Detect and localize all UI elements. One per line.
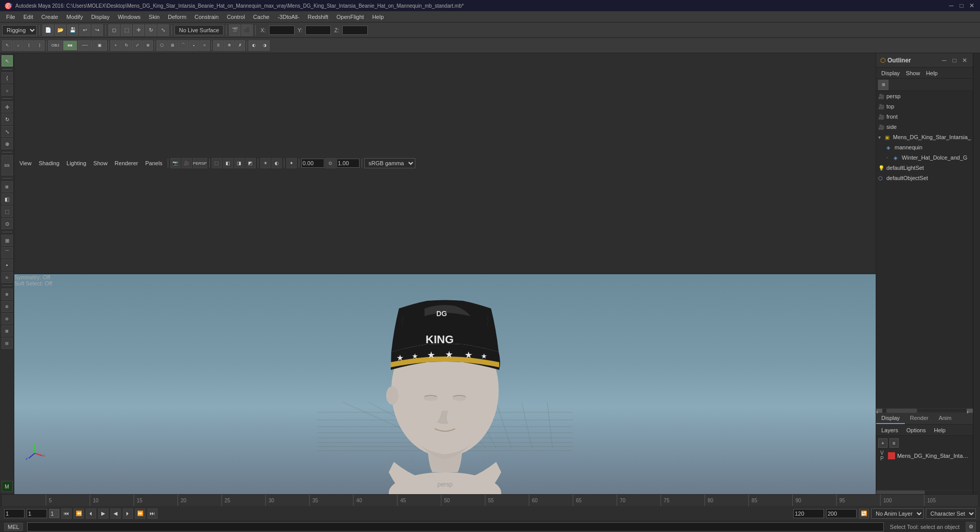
new-scene-button[interactable]: 📄	[42, 25, 54, 36]
edge-mode-btn[interactable]: ──	[78, 40, 92, 51]
shadow-vp-btn[interactable]: ◐	[272, 158, 282, 168]
outliner-row-front[interactable]: 🎥 front	[876, 112, 973, 122]
lasso-tool[interactable]: ⬚	[121, 25, 132, 36]
z-input[interactable]	[342, 26, 368, 35]
outliner-btn1[interactable]: ⊞	[878, 80, 888, 90]
open-button[interactable]: 📂	[55, 25, 66, 36]
select-tool-left[interactable]: ↖	[2, 55, 13, 66]
wire-vp-btn[interactable]: ⬚	[212, 158, 222, 168]
freeze-btn[interactable]: ❄	[224, 40, 234, 51]
outliner-row-persp[interactable]: 🎥 persp	[876, 91, 973, 101]
outliner-row-hat[interactable]: ◦ ◈ Winter_Hat_Dolce_and_G	[876, 152, 973, 163]
exposure-input[interactable]	[301, 159, 324, 168]
wire-btn-left[interactable]: ⬚	[2, 206, 13, 217]
outliner-show-menu[interactable]: Show	[903, 69, 923, 77]
rotate-tool[interactable]: ↻	[145, 25, 157, 36]
move-btn[interactable]: +	[110, 40, 121, 51]
mode-label[interactable]: MEL	[4, 523, 23, 531]
scale-btn[interactable]: ⤢	[132, 40, 142, 51]
outliner-row-side[interactable]: 🎥 side	[876, 122, 973, 132]
delete-history-btn[interactable]: ✗	[235, 40, 245, 51]
obj-mode-btn[interactable]: OBJ	[48, 40, 62, 51]
render-btn[interactable]: 🎬	[229, 25, 240, 36]
menu-cache[interactable]: Cache	[249, 13, 274, 21]
mode-select[interactable]: Rigging	[2, 25, 37, 35]
flat-vp-btn[interactable]: ◨	[234, 158, 244, 168]
persp-btn[interactable]: PERSP	[193, 158, 207, 168]
ipr-view-btn[interactable]: ◑	[259, 40, 270, 51]
prev-frame-btn[interactable]: ⏪	[74, 508, 84, 519]
undo-button[interactable]: ↩	[79, 25, 91, 36]
menu-help[interactable]: Help	[368, 13, 388, 21]
x-input[interactable]	[269, 26, 295, 35]
renderer-menu[interactable]: Renderer	[112, 159, 141, 167]
camera2-btn[interactable]: 🎥	[182, 158, 192, 168]
smooth-vp-btn[interactable]: ◧	[223, 158, 233, 168]
range-end-input[interactable]	[826, 509, 857, 518]
ipr-btn[interactable]: ⬛	[241, 25, 253, 36]
snap-grid-btn[interactable]: ⊞	[167, 40, 177, 51]
layers-subtab[interactable]: Layers	[878, 426, 901, 434]
camera-btn[interactable]: 📷	[170, 158, 181, 168]
render-view-btn[interactable]: ◐	[249, 40, 259, 51]
snap-grid-left[interactable]: ⊞	[2, 235, 13, 246]
menu-edit[interactable]: Edit	[19, 13, 37, 21]
menu-constrain[interactable]: Constrain	[190, 13, 222, 21]
show-menu[interactable]: Show	[91, 159, 111, 167]
icon-extra4[interactable]: ⊞	[2, 325, 13, 337]
scrollbar-thumb[interactable]	[886, 409, 917, 413]
rotate-tool-left[interactable]: ↻	[2, 114, 13, 125]
smooth-btn-left[interactable]: ⊙	[2, 218, 13, 229]
outliner-row-mens-group[interactable]: ▾ ▣ Mens_DG_King_Star_Intarsia_	[876, 132, 973, 142]
scroll-left-btn[interactable]: ‹	[876, 409, 882, 413]
next-frame-btn[interactable]: ⏩	[135, 508, 145, 519]
add-layer-btn[interactable]: +	[878, 438, 887, 448]
outliner-maximize-btn[interactable]: □	[950, 56, 959, 64]
outliner-scrollbar[interactable]: › ‹	[876, 408, 973, 412]
outliner-close-btn[interactable]: ✕	[961, 56, 969, 64]
tex-vp-btn[interactable]: ◩	[246, 158, 256, 168]
frame-mini-input[interactable]	[49, 509, 59, 518]
layer-row[interactable]: V P Mens_DG_King_Star_Intarsia_Beani	[878, 450, 971, 461]
shading-btn-left[interactable]: ◧	[2, 193, 13, 205]
redo-button[interactable]: ↪	[92, 25, 103, 36]
menu-control[interactable]: Control	[222, 13, 249, 21]
minimize-button[interactable]: ─	[947, 2, 955, 10]
vtx-mode-btn[interactable]: ■■	[63, 40, 77, 51]
move-tool-left[interactable]: ✛	[2, 101, 13, 113]
command-input[interactable]	[27, 522, 884, 531]
snap-pt-left[interactable]: •	[2, 259, 13, 271]
icon-extra5[interactable]: ⊟	[2, 338, 13, 349]
menu-file[interactable]: File	[2, 13, 19, 21]
lighting-menu[interactable]: Lighting	[63, 159, 90, 167]
paint-tool-left[interactable]: ⬦	[2, 84, 13, 96]
outliner-row-top[interactable]: 🎥 top	[876, 101, 973, 112]
anim-layer-select[interactable]: No Anim Layer	[871, 508, 924, 519]
settings-icon[interactable]: ⚙	[966, 522, 976, 532]
outliner-minimize-btn[interactable]: ─	[940, 56, 948, 64]
range-start-input[interactable]	[27, 509, 47, 518]
menu-deform[interactable]: Deform	[164, 13, 190, 21]
y-input[interactable]	[305, 26, 331, 35]
go-start-btn[interactable]: ⏮	[61, 508, 72, 519]
options-subtab[interactable]: Options	[903, 426, 929, 434]
brush-btn[interactable]: ⟩	[34, 40, 44, 51]
xray-btn[interactable]: ✦	[286, 158, 297, 168]
outliner-help-menu[interactable]: Help	[923, 69, 941, 77]
bottom-panel-scrollbar[interactable]	[876, 490, 973, 494]
go-end-btn[interactable]: ⏭	[147, 508, 158, 519]
universal-tool-left[interactable]: ⊕	[2, 138, 13, 149]
play-back-btn[interactable]: ◀	[110, 508, 121, 519]
current-frame-input[interactable]	[4, 509, 25, 518]
menu-modify[interactable]: Modify	[62, 13, 87, 21]
outliner-row-mannequin[interactable]: ◈ mannequin	[876, 142, 973, 152]
view-menu[interactable]: View	[16, 159, 35, 167]
menu-create[interactable]: Create	[37, 13, 62, 21]
viewport-3d[interactable]: ★ ★ ★ ★ ★ ★ KING DG	[14, 274, 876, 495]
light-vp-btn[interactable]: ☀	[260, 158, 271, 168]
anim-tab[interactable]: Anim	[933, 413, 956, 424]
soft-select-left[interactable]: SS	[2, 155, 13, 175]
icon-extra2[interactable]: ⊜	[2, 301, 13, 312]
display-options-left[interactable]: ⊞	[2, 181, 13, 192]
snap-surf-left[interactable]: ≈	[2, 272, 13, 283]
